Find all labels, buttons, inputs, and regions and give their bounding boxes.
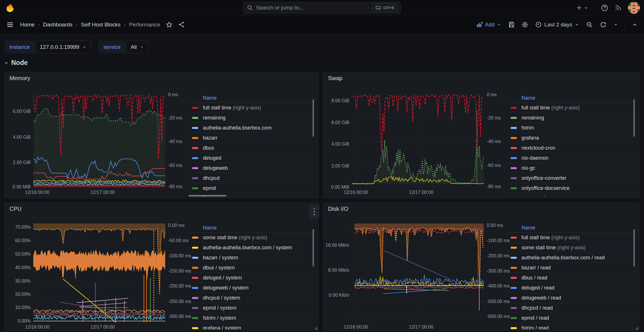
legend-item-grafana-system[interactable]: grafana / system: [189, 323, 314, 329]
share-button[interactable]: [178, 21, 185, 28]
legend-vertical-scrollbar[interactable]: [633, 99, 635, 137]
panel-title-cpu[interactable]: CPU: [9, 206, 22, 212]
legend-item-authelia-authelia-tiserbox-com-read[interactable]: authelia-authelia.tiserbox.com / read: [507, 253, 635, 263]
template-variables-row: instance127.0.0.1:19999serviceAll: [5, 40, 148, 53]
x-axis-tick-label: 12/17 00:00: [90, 190, 115, 195]
legend-item-authelia-authelia-tiserbox-com[interactable]: authelia-authelia.tiserbox.com: [189, 123, 314, 133]
legend-item-delugeweb-read[interactable]: delugeweb / read: [507, 293, 635, 303]
legend-item-remaining[interactable]: remaining: [189, 113, 314, 123]
legend-item-dhcpcd[interactable]: dhcpcd: [189, 173, 314, 183]
legend-item-deluged-system[interactable]: deluged / system: [189, 273, 314, 283]
legend-item-fstrim-system[interactable]: fstrim / system: [189, 313, 314, 323]
legend-item-label: dbus / system: [203, 265, 235, 271]
favorite-star-button[interactable]: [166, 21, 172, 28]
legend-vertical-scrollbar[interactable]: [313, 229, 314, 267]
legend-item-dbus-read[interactable]: dbus / read: [507, 273, 635, 283]
legend-item-dhcpcd-read[interactable]: dhcpcd / read: [507, 303, 635, 313]
legend-header-name[interactable]: Name: [189, 94, 314, 103]
panel-menu-button[interactable]: [309, 204, 319, 219]
legend-vertical-scrollbar[interactable]: [633, 229, 635, 267]
new-menu-button[interactable]: [576, 5, 588, 11]
variable-label-instance[interactable]: instance: [5, 40, 35, 53]
collapse-toolbar-button[interactable]: [632, 22, 638, 28]
variable-value-instance[interactable]: 127.0.0.1:19999: [35, 40, 91, 53]
legend-header-name[interactable]: Name: [507, 223, 635, 233]
add-button-label: Add: [485, 22, 495, 28]
zoom-out-button[interactable]: [586, 21, 593, 28]
y-axis-right-tick-label: -150.00 ms: [168, 269, 191, 274]
legend-item-delugeweb-system[interactable]: delugeweb / system: [189, 283, 314, 293]
chart-canvas-cpu[interactable]: [33, 223, 165, 323]
legend-item-fstrim-read[interactable]: fstrim / read: [507, 323, 635, 329]
help-button[interactable]: [601, 4, 608, 11]
search-input[interactable]: Search or jump to... ctrl+k: [243, 2, 401, 13]
legend-item-bazarr[interactable]: bazarr: [189, 133, 314, 143]
legend-item-full-stall-time[interactable]: full stall time (right y-axis): [189, 103, 314, 113]
legend-item-epmd[interactable]: epmd: [189, 183, 314, 193]
panel-title-memory[interactable]: Memory: [9, 75, 30, 82]
legend-item-deluged[interactable]: deluged: [189, 153, 314, 163]
legend-item-some-stall-time[interactable]: some stall time (right y-axis): [507, 243, 635, 253]
legend-horizontal-scrollbar[interactable]: [189, 195, 226, 196]
panel-title-disk-i-o[interactable]: Disk I/O: [328, 206, 348, 212]
breadcrumb-item-performance[interactable]: Performance: [129, 22, 160, 28]
legend-item-full-stall-time[interactable]: full stall time (right y-axis): [507, 233, 635, 243]
user-avatar[interactable]: [628, 2, 640, 14]
legend-item-onlyoffice-converter[interactable]: onlyoffice-converter: [507, 173, 635, 183]
legend-item-nextcloud-cron[interactable]: nextcloud-cron: [507, 143, 635, 153]
time-range-picker[interactable]: Last 2 days: [535, 21, 579, 28]
legend-item-epmd-read[interactable]: epmd / read: [507, 313, 635, 323]
chart-canvas-swap[interactable]: [352, 94, 484, 188]
panel-resize-handle[interactable]: [635, 327, 638, 330]
legend-item-label: remaining: [203, 115, 226, 121]
series-color-marker: [192, 247, 198, 249]
variable-label-service[interactable]: service: [98, 40, 125, 53]
breadcrumb-item-home[interactable]: Home: [20, 22, 35, 28]
legend-item-bazarr-system[interactable]: bazarr / system: [189, 253, 314, 263]
series-color-marker: [192, 147, 198, 149]
legend-item-postgresql[interactable]: postgresql: [507, 193, 635, 197]
series-color-marker: [511, 137, 517, 139]
legend-item-fstrim[interactable]: fstrim: [507, 123, 635, 133]
legend-item-full-stall-time[interactable]: full stall time (right y-axis): [507, 103, 635, 113]
legend-item-epmd-system[interactable]: epmd / system: [189, 303, 314, 313]
legend-item-grafana[interactable]: grafana: [507, 133, 635, 143]
menu-toggle-button[interactable]: [6, 21, 14, 28]
grafana-logo-icon[interactable]: [5, 3, 15, 13]
legend-item-bazarr-read[interactable]: bazarr / read: [507, 263, 635, 273]
legend-item-onlyoffice-docservice[interactable]: onlyoffice-docservice: [507, 183, 635, 193]
panel-title-swap[interactable]: Swap: [328, 75, 342, 82]
legend-item-dhcpcd-system[interactable]: dhcpcd / system: [189, 293, 314, 303]
series-color-marker: [192, 257, 198, 259]
legend-item-nix-daemon[interactable]: nix-daemon: [507, 153, 635, 163]
chart-canvas-disk-i-o[interactable]: [352, 223, 484, 323]
legend-item-authelia-authelia-tiserbox-com-system[interactable]: authelia-authelia.tiserbox.com / system: [189, 243, 314, 253]
panel-resize-handle[interactable]: [314, 327, 317, 330]
legend-header-name[interactable]: Name: [189, 223, 314, 233]
refresh-button[interactable]: [600, 21, 607, 28]
legend-item-label: dbus: [203, 145, 214, 151]
breadcrumb-item-self-host-blocks[interactable]: Self Host Blocks: [81, 22, 121, 28]
refresh-interval-caret[interactable]: [614, 22, 618, 27]
variable-value-service[interactable]: All: [126, 40, 148, 53]
breadcrumb-item-dashboards[interactable]: Dashboards: [43, 22, 72, 28]
save-dashboard-button[interactable]: [508, 21, 515, 28]
legend-item-delugeweb[interactable]: delugeweb: [189, 163, 314, 173]
legend-header-name[interactable]: Name: [507, 94, 635, 103]
series-color-marker: [511, 317, 517, 319]
dashboard-settings-button[interactable]: [521, 21, 528, 28]
legend-item-some-stall-time[interactable]: some stall time (right y-axis): [189, 233, 314, 243]
legend-item-deluged-read[interactable]: deluged / read: [507, 283, 635, 293]
section-row-node[interactable]: Node: [4, 59, 28, 67]
legend-item-nix-gc[interactable]: nix-gc: [507, 163, 635, 173]
legend-item-dbus-system[interactable]: dbus / system: [189, 263, 314, 273]
news-button[interactable]: [614, 4, 622, 11]
legend-vertical-scrollbar[interactable]: [313, 99, 314, 137]
add-button[interactable]: Add: [476, 21, 501, 28]
legend-item-dbus[interactable]: dbus: [189, 143, 314, 153]
legend-item-remaining[interactable]: remaining: [507, 113, 635, 123]
series-color-marker: [192, 307, 198, 309]
y-axis-left-tick-label: 60.00%: [5, 238, 31, 243]
y-axis-right-tick-label: 0 ms: [487, 92, 497, 97]
chart-canvas-memory[interactable]: [33, 94, 165, 188]
